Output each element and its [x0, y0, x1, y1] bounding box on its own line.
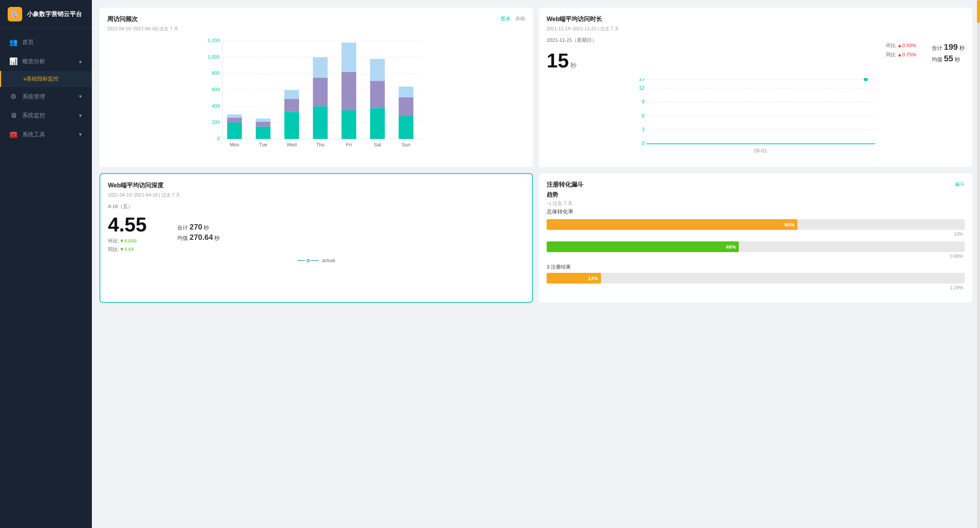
depth-changes: 环比 ▼4.646 同比 ▼4.64: [108, 238, 147, 253]
chevron-icon: ▲: [78, 59, 83, 64]
web-avg-depth-title: Web端平均访问深度: [108, 182, 524, 190]
svg-text:Mon: Mon: [230, 142, 239, 148]
svg-text:Thu: Thu: [316, 142, 325, 148]
bar-sun-seg3: [399, 87, 413, 97]
funnel-date: ~| 过去 7 天: [547, 200, 965, 207]
bar-below-pct-3: 1.29%: [547, 285, 965, 290]
main-content: 周访问频次 2021-04-10~2021-04-16| 过去 7 天 图表 表…: [92, 0, 980, 528]
bar-mon-seg3: [227, 115, 242, 118]
web-time-totals: 合计 199 秒 均值 55 秒: [932, 42, 965, 64]
logo-icon: 🐘: [8, 7, 22, 21]
sidebar: 🐘 小象数字营销云平台 👥 首页 📊 概览分析 ▲ ≡ 基础指标监控 ⚙ 系统管…: [0, 0, 92, 528]
sidebar-item-metrics[interactable]: ≡ 基础指标监控: [0, 71, 92, 87]
view-chart-btn[interactable]: 图表: [501, 15, 511, 22]
web-time-avg: 均值 55 秒: [932, 54, 965, 64]
bar-fri-seg2: [341, 72, 356, 110]
sidebar-item-tools[interactable]: 🧰 系统工具 ▼: [0, 125, 92, 144]
logo-text: 小象数字营销云平台: [27, 10, 82, 18]
funnel-bar-3-label: 3 注册结果: [547, 264, 965, 271]
svg-text:0: 0: [642, 141, 645, 146]
scroll-indicator[interactable]: [977, 0, 980, 528]
scroll-thumb[interactable]: [977, 0, 980, 23]
bar-wed-seg3: [284, 90, 299, 99]
bar-wed-seg2: [284, 99, 299, 112]
svg-text:Sat: Sat: [374, 142, 381, 148]
bar-fri-seg1: [341, 110, 356, 139]
svg-text:6: 6: [642, 113, 645, 119]
svg-text:0: 0: [217, 136, 220, 141]
bar-fill-2: 46%: [547, 241, 739, 252]
funnel-overall-label: 总体转化率: [547, 208, 965, 215]
view-table-btn[interactable]: 表格: [515, 15, 525, 22]
yoy-ratio: 同比 ▲0.75%: [886, 51, 916, 58]
sidebar-item-label: 概览分析: [22, 58, 45, 65]
monitor-icon: 🖥: [9, 112, 18, 120]
chevron-icon: ▼: [78, 132, 83, 137]
web-avg-time-unit: 秒: [570, 62, 577, 70]
svg-text:200: 200: [212, 119, 220, 125]
bar-fri-seg3: [341, 43, 356, 72]
weekly-visits-title: 周访问频次: [107, 15, 525, 23]
depth-avg-val: 均值 270.64 秒: [177, 233, 220, 242]
funnel-bar-3: 13% 1.29%: [547, 273, 965, 290]
sidebar-item-home[interactable]: 👥 首页: [0, 33, 92, 52]
svg-text:9: 9: [642, 99, 645, 105]
bar-chart-svg: 0 200 400 600 800 1,000 1,200 Mon: [107, 37, 525, 159]
web-avg-depth-date: 2021-04-10~2021-04-16 | 过去 7 天: [108, 192, 524, 198]
bar-sun-seg1: [399, 116, 413, 139]
web-avg-time-num: 15: [547, 49, 569, 72]
yoy-change: 同比 ▼4.64: [108, 246, 147, 253]
web-avg-depth-current-date: 4-16（五）: [108, 203, 524, 210]
chevron-icon: ▼: [78, 94, 83, 99]
sidebar-item-overview[interactable]: 📊 概览分析 ▲: [0, 52, 92, 71]
bar-below-pct-2: 0.88%: [547, 254, 965, 259]
web-time-ratio-group: 环比 ▲0.50% 同比 ▲0.75%: [886, 42, 916, 64]
bar-sun-seg2: [399, 97, 413, 116]
bar-mon-seg1: [227, 123, 242, 139]
funnel-bar-2: 46% 0.88%: [547, 241, 965, 259]
depth-totals: 合计 270 秒 均值 270.64 秒: [177, 223, 220, 243]
chart-icon: 📊: [9, 57, 18, 66]
gear-icon: ⚙: [9, 92, 18, 101]
svg-text:800: 800: [212, 70, 220, 76]
sidebar-item-label: 系统工具: [22, 131, 45, 138]
bar-tue-seg3: [256, 118, 270, 122]
chevron-icon: ▼: [78, 113, 83, 118]
bar-thu-seg1: [313, 106, 327, 139]
web-avg-depth-card: Web端平均访问深度 2021-04-10~2021-04-16 | 过去 7 …: [100, 173, 533, 303]
depth-value-group: 4.55 环比 ▼4.646 同比 ▼4.64: [108, 213, 147, 253]
sidebar-item-sysmon[interactable]: 🖥 系统监控 ▼: [0, 106, 92, 125]
bar-fill-3: 13%: [547, 273, 601, 284]
svg-text:09-01: 09-01: [754, 148, 767, 154]
bar-wed-seg1: [284, 112, 299, 139]
svg-text:Fri: Fri: [346, 142, 352, 148]
chart-dot: [863, 78, 868, 82]
weekly-visits-actions: 图表 表格: [501, 15, 525, 22]
web-time-line-chart: 0 3 6 9 12 15 09-01: [547, 78, 965, 155]
cards-grid: 周访问频次 2021-04-10~2021-04-16| 过去 7 天 图表 表…: [100, 8, 972, 303]
weekly-visits-date: 2021-04-10~2021-04-16| 过去 7 天: [107, 26, 525, 32]
svg-text:1,200: 1,200: [207, 38, 220, 43]
svg-text:Sun: Sun: [402, 142, 410, 148]
sidebar-item-label: 基础指标监控: [26, 75, 59, 82]
bar-below-pct-1: 10%: [547, 231, 965, 237]
bar-mon-seg2: [227, 118, 242, 123]
sidebar-item-label: 系统监控: [22, 112, 45, 119]
web-time-total: 合计 199 秒: [932, 42, 965, 52]
svg-text:15: 15: [639, 78, 645, 82]
sidebar-item-label: 系统管理: [22, 93, 45, 100]
tools-icon: 🧰: [9, 130, 18, 139]
svg-text:Tue: Tue: [259, 142, 268, 148]
web-time-stats: 环比 ▲0.50% 同比 ▲0.75% 合计 199 秒 均值 55 秒: [886, 42, 965, 64]
sidebar-item-sysadmin[interactable]: ⚙ 系统管理 ▼: [0, 87, 92, 106]
svg-text:400: 400: [212, 103, 220, 109]
bar-tue-seg1: [256, 127, 270, 139]
sidebar-item-label: 首页: [22, 39, 34, 46]
bar-chart-container: 0 200 400 600 800 1,000 1,200 Mon: [107, 37, 525, 159]
web-avg-time-title: Web端平均访问时长: [547, 15, 965, 23]
ring-ratio: 环比 ▲0.50%: [886, 42, 916, 49]
depth-legend: actual: [108, 257, 524, 263]
bar-fill-1: 60%: [547, 219, 797, 230]
funnel-bar-1: 60% 10%: [547, 219, 965, 237]
funnel-link-btn[interactable]: 漏斗: [955, 181, 965, 188]
